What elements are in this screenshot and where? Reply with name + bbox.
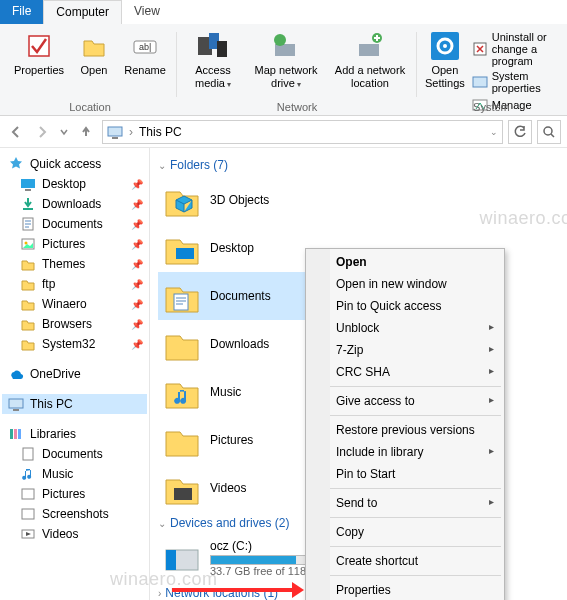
ctx-7zip[interactable]: 7-Zip xyxy=(308,339,502,361)
libraries-label: Libraries xyxy=(30,427,76,441)
this-pc[interactable]: This PC xyxy=(2,394,147,414)
main-area: Quick access Desktop📌 Downloads📌 Documen… xyxy=(0,148,567,600)
sidebar-lib-pictures[interactable]: Pictures xyxy=(2,484,147,504)
desktop-icon xyxy=(20,176,36,192)
sidebar-item-themes[interactable]: Themes📌 xyxy=(2,254,147,274)
svg-rect-30 xyxy=(23,448,33,460)
rename-button[interactable]: ab| Rename xyxy=(120,28,170,79)
nav-recent-button[interactable] xyxy=(58,122,70,142)
ctx-pin-start[interactable]: Pin to Start xyxy=(308,463,502,485)
sidebar-lib-documents[interactable]: Documents xyxy=(2,444,147,464)
pin-icon: 📌 xyxy=(131,219,143,230)
add-network-button[interactable]: Add a network location xyxy=(330,28,410,92)
this-pc-icon xyxy=(107,124,123,140)
3d-objects-icon xyxy=(162,180,202,220)
videos-folder-icon xyxy=(162,468,202,508)
sidebar-item-system32[interactable]: System32📌 xyxy=(2,334,147,354)
uninstall-button[interactable]: Uninstall or change a program xyxy=(470,30,559,68)
downloads-icon xyxy=(20,196,36,212)
ctx-properties[interactable]: Properties xyxy=(308,579,502,600)
path-segment[interactable]: This PC xyxy=(139,125,182,139)
chevron-down-icon: ⌄ xyxy=(158,518,166,529)
access-media-button[interactable]: Access media▾ xyxy=(184,28,242,93)
nav-bar: › This PC ⌄ xyxy=(0,116,567,148)
svg-rect-14 xyxy=(473,77,487,87)
cloud-icon xyxy=(8,366,24,382)
sidebar-item-desktop[interactable]: Desktop📌 xyxy=(2,174,147,194)
open-settings-button[interactable]: Open Settings xyxy=(424,28,466,92)
title-tabs: File Computer View xyxy=(0,0,567,24)
drive-icon xyxy=(162,538,202,578)
address-bar[interactable]: › This PC ⌄ xyxy=(102,120,503,144)
nav-up-button[interactable] xyxy=(76,122,96,142)
search-button[interactable] xyxy=(537,120,561,144)
ribbon-group-system: Open Settings Uninstall or change a prog… xyxy=(418,26,565,115)
ctx-open-new-window[interactable]: Open in new window xyxy=(308,273,502,295)
sidebar-lib-videos[interactable]: Videos xyxy=(2,524,147,544)
ctx-crc-sha[interactable]: CRC SHA xyxy=(308,361,502,383)
this-pc-label: This PC xyxy=(30,397,73,411)
ctx-send-to[interactable]: Send to xyxy=(308,492,502,514)
sidebar-item-winaero[interactable]: Winaero📌 xyxy=(2,294,147,314)
ctx-copy[interactable]: Copy xyxy=(308,521,502,543)
ribbon-group-location: Properties Open ab| Rename Location xyxy=(4,26,176,115)
svg-rect-20 xyxy=(25,189,31,191)
quick-access-label: Quick access xyxy=(30,157,101,171)
properties-label: Properties xyxy=(14,64,64,77)
tab-file[interactable]: File xyxy=(0,0,43,24)
sidebar-item-ftp[interactable]: ftp📌 xyxy=(2,274,147,294)
refresh-button[interactable] xyxy=(508,120,532,144)
system-group-label: System xyxy=(418,101,565,113)
svg-rect-28 xyxy=(14,429,17,439)
ctx-create-shortcut[interactable]: Create shortcut xyxy=(308,550,502,572)
sidebar-lib-screenshots[interactable]: Screenshots xyxy=(2,504,147,524)
folders-group-header[interactable]: ⌄Folders (7) xyxy=(158,154,559,176)
add-network-icon xyxy=(354,30,386,62)
pictures-icon xyxy=(20,486,36,502)
pin-icon: 📌 xyxy=(131,199,143,210)
quick-access[interactable]: Quick access xyxy=(2,154,147,174)
sidebar-item-documents[interactable]: Documents📌 xyxy=(2,214,147,234)
location-group-label: Location xyxy=(4,101,176,113)
tab-view[interactable]: View xyxy=(122,0,172,24)
add-network-label: Add a network location xyxy=(331,64,409,90)
svg-rect-27 xyxy=(10,429,13,439)
highlight-arrow xyxy=(172,588,292,592)
folder-icon xyxy=(20,316,36,332)
svg-rect-5 xyxy=(217,41,227,57)
ctx-include-library[interactable]: Include in library xyxy=(308,441,502,463)
rename-label: Rename xyxy=(124,64,166,77)
settings-gear-icon xyxy=(429,30,461,62)
libraries[interactable]: Libraries xyxy=(2,424,147,444)
sidebar-item-browsers[interactable]: Browsers📌 xyxy=(2,314,147,334)
folder-icon xyxy=(20,336,36,352)
nav-back-button[interactable] xyxy=(6,122,26,142)
ctx-restore-versions[interactable]: Restore previous versions xyxy=(308,419,502,441)
properties-button[interactable]: Properties xyxy=(10,28,68,79)
onedrive[interactable]: OneDrive xyxy=(2,364,147,384)
uninstall-icon xyxy=(472,41,488,57)
sysprops-button[interactable]: System properties xyxy=(470,69,559,95)
folder-3d-objects[interactable]: 3D Objects xyxy=(158,176,388,224)
map-drive-button[interactable]: Map network drive▾ xyxy=(246,28,326,93)
pictures-icon xyxy=(20,506,36,522)
nav-tree: Quick access Desktop📌 Downloads📌 Documen… xyxy=(0,148,150,600)
music-folder-icon xyxy=(162,372,202,412)
nav-forward-button[interactable] xyxy=(32,122,52,142)
ctx-open[interactable]: Open xyxy=(308,251,502,273)
open-button[interactable]: Open xyxy=(72,28,116,79)
sidebar-lib-music[interactable]: Music xyxy=(2,464,147,484)
uninstall-label: Uninstall or change a program xyxy=(492,31,557,67)
svg-rect-36 xyxy=(174,488,192,500)
sidebar-item-pictures[interactable]: Pictures📌 xyxy=(2,234,147,254)
ctx-pin-quick[interactable]: Pin to Quick access xyxy=(308,295,502,317)
ctx-give-access[interactable]: Give access to xyxy=(308,390,502,412)
ctx-unblock[interactable]: Unblock xyxy=(308,317,502,339)
address-dropdown-icon[interactable]: ⌄ xyxy=(490,127,498,137)
open-folder-icon xyxy=(78,30,110,62)
svg-text:ab|: ab| xyxy=(139,42,151,52)
sidebar-item-downloads[interactable]: Downloads📌 xyxy=(2,194,147,214)
svg-rect-6 xyxy=(275,44,295,56)
content-pane: ⌄Folders (7) 3D Objects Desktop Document… xyxy=(150,148,567,600)
tab-computer[interactable]: Computer xyxy=(43,0,122,24)
